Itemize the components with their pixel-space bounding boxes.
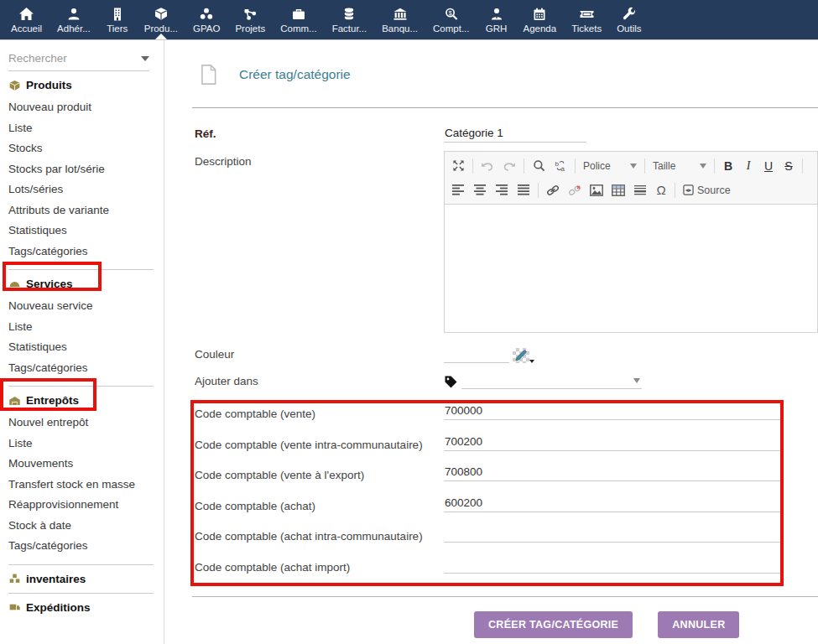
- unlink-icon[interactable]: [565, 180, 585, 200]
- undo-icon[interactable]: [477, 156, 498, 176]
- underline-button[interactable]: U: [759, 159, 778, 173]
- ref-input[interactable]: [444, 123, 586, 143]
- font-dropdown[interactable]: Police: [580, 160, 640, 172]
- size-dropdown[interactable]: Taille: [649, 160, 710, 172]
- nav-projets[interactable]: Projets: [227, 0, 273, 39]
- sidebar-item-liste-produits[interactable]: Liste: [8, 118, 164, 139]
- search-input[interactable]: [8, 52, 141, 65]
- nav-gpao[interactable]: GPAO: [185, 0, 227, 39]
- link-icon[interactable]: [543, 180, 563, 200]
- source-button[interactable]: ◂▸ Source: [680, 184, 734, 196]
- nav-tickets[interactable]: Tickets: [564, 0, 609, 39]
- nav-label: Factur...: [332, 23, 367, 34]
- divider: [192, 596, 818, 597]
- section-expeditions-cutoff[interactable]: Expéditions: [8, 601, 164, 614]
- cancel-button[interactable]: ANNULER: [658, 611, 739, 638]
- sidebar-item-nouveau-service[interactable]: Nouveau service: [8, 296, 164, 317]
- couleur-input[interactable]: [444, 344, 509, 363]
- sidebar-item-statistiques-produits[interactable]: Statistiques: [8, 221, 164, 242]
- nav-banque[interactable]: Banqu...: [374, 0, 425, 39]
- nav-agenda[interactable]: Agenda: [516, 0, 565, 39]
- nav-label: Agenda: [524, 23, 557, 34]
- code-achat-import-input[interactable]: [444, 554, 781, 574]
- svg-text:$: $: [448, 10, 451, 16]
- form-actions: CRÉER TAG/CATÉGORIE ANNULER: [195, 611, 818, 638]
- horizontal-rule-icon[interactable]: [630, 180, 650, 200]
- nav-outils[interactable]: Outils: [609, 0, 649, 39]
- home-icon: [18, 7, 34, 21]
- justify-icon[interactable]: [513, 180, 534, 200]
- section-title: inventaires: [26, 573, 86, 585]
- nav-produits[interactable]: Produ...: [137, 0, 185, 39]
- section-inventaires[interactable]: inventaires: [8, 573, 164, 585]
- search-dollar-icon: $: [444, 7, 459, 21]
- inventory-blocks-icon: [8, 573, 21, 584]
- section-entrepots[interactable]: Entrepôts: [8, 394, 164, 407]
- svg-text:à: à: [560, 165, 565, 172]
- nav-tiers[interactable]: Tiers: [98, 0, 137, 39]
- sidebar-item-attributs-variante[interactable]: Attributs de variante: [8, 200, 164, 221]
- nav-comptabilite[interactable]: $ Compt...: [425, 0, 477, 39]
- code-achat-input[interactable]: [444, 493, 781, 512]
- redo-icon[interactable]: [499, 156, 519, 176]
- code-vente-intra-input[interactable]: [444, 432, 781, 451]
- table-icon[interactable]: [608, 180, 628, 200]
- italic-button[interactable]: I: [739, 159, 758, 173]
- section-services[interactable]: Services: [8, 278, 164, 290]
- sidebar-search[interactable]: [8, 52, 149, 71]
- search-icon[interactable]: [529, 156, 549, 176]
- bold-button[interactable]: B: [719, 159, 737, 173]
- nav-label: Compt...: [433, 23, 469, 34]
- parent-category-select[interactable]: [461, 371, 642, 389]
- main-content: Créer tag/catégorie Réf. Description: [164, 40, 818, 644]
- sidebar-item-mouvements[interactable]: Mouvements: [8, 454, 164, 475]
- svg-text:◂▸: ◂▸: [685, 186, 692, 194]
- nav-label: Comm...: [280, 23, 316, 34]
- sidebar-item-tags-categories-services[interactable]: Tags/catégories: [8, 358, 164, 379]
- sidebar-item-stocks-par-lot[interactable]: Stocks par lot/série: [8, 159, 164, 180]
- chevron-down-icon[interactable]: [141, 56, 149, 61]
- maximize-icon[interactable]: [448, 156, 468, 176]
- service-dome-icon: [8, 278, 21, 290]
- section-produits[interactable]: Produits: [8, 79, 164, 91]
- sidebar-item-lots-series[interactable]: Lots/séries: [8, 179, 164, 200]
- editor-content-area[interactable]: [445, 205, 817, 332]
- image-icon[interactable]: [586, 180, 607, 200]
- align-right-icon[interactable]: [492, 180, 512, 200]
- sidebar-item-liste-entrepots[interactable]: Liste: [8, 434, 164, 454]
- nav-label: Tiers: [107, 23, 128, 34]
- code-achat-intra-input[interactable]: [444, 523, 781, 543]
- nav-grh[interactable]: GRH: [477, 0, 516, 39]
- nav-commerce[interactable]: Comm...: [273, 0, 324, 39]
- svg-text:b: b: [555, 160, 559, 168]
- code-achat-label: Code comptable (achat): [195, 493, 444, 512]
- wrench-icon: [622, 7, 637, 21]
- sidebar-item-stocks[interactable]: Stocks: [8, 138, 164, 159]
- create-tag-category-button[interactable]: CRÉER TAG/CATÉGORIE: [474, 611, 633, 638]
- nav-facturation[interactable]: Factur...: [325, 0, 375, 39]
- nav-adherents[interactable]: Adhér...: [49, 0, 98, 39]
- nav-accueil[interactable]: Accueil: [3, 0, 49, 39]
- sidebar-item-tags-categories-produits[interactable]: Tags/catégories: [8, 242, 164, 262]
- replace-icon[interactable]: bà: [550, 156, 571, 176]
- code-vente-export-input[interactable]: [444, 462, 781, 481]
- color-picker-icon[interactable]: [513, 348, 529, 363]
- font-dropdown-label: Police: [583, 160, 611, 172]
- align-left-icon[interactable]: [448, 180, 468, 200]
- sidebar-item-nouvel-entrepot[interactable]: Nouvel entrepôt: [8, 413, 164, 434]
- wysiwyg-editor[interactable]: bà Police Taille: [444, 151, 818, 333]
- code-vente-input[interactable]: [444, 401, 781, 420]
- sidebar-item-nouveau-produit[interactable]: Nouveau produit: [8, 97, 164, 118]
- special-char-button[interactable]: Ω: [652, 183, 670, 197]
- editor-toolbar: bà Police Taille: [445, 152, 817, 205]
- sidebar-item-liste-services[interactable]: Liste: [8, 317, 164, 338]
- sidebar-item-statistiques-services[interactable]: Statistiques: [8, 337, 164, 358]
- align-center-icon[interactable]: [470, 180, 490, 200]
- strikethrough-button[interactable]: S: [779, 159, 798, 173]
- sidebar-item-transfert-stock[interactable]: Transfert stock en masse: [8, 475, 164, 496]
- sidebar-item-stock-a-date[interactable]: Stock à date: [8, 516, 164, 537]
- chevron-down-icon: [633, 378, 640, 383]
- sidebar-item-reapprovisionnement[interactable]: Réapprovisionnement: [8, 495, 164, 516]
- couleur-label: Couleur: [195, 340, 444, 363]
- sidebar-item-tags-categories-entrepots[interactable]: Tags/catégories: [8, 536, 164, 557]
